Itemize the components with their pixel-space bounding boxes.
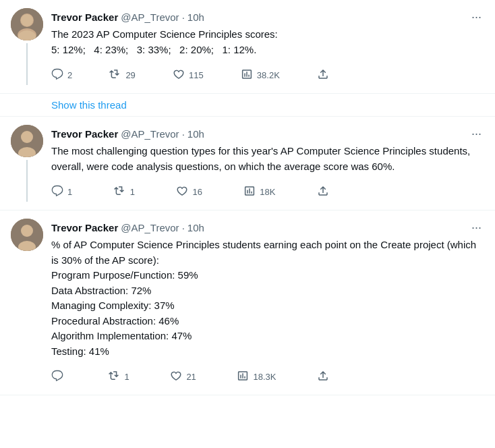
more-button-2[interactable]: ··· — [469, 125, 484, 142]
views-icon-1 — [241, 68, 253, 82]
tweet-header-2: Trevor Packer @AP_Trevor · 10h ··· — [51, 125, 484, 142]
like-action-3[interactable]: 21 — [170, 367, 201, 387]
tweet-left-3 — [11, 219, 43, 387]
tweet-right-2: Trevor Packer @AP_Trevor · 10h ··· The m… — [51, 125, 484, 202]
tweet-1: Trevor Packer @AP_Trevor · 10h ··· The 2… — [0, 0, 495, 94]
like-count-3: 21 — [186, 372, 196, 382]
tweet-header-1: Trevor Packer @AP_Trevor · 10h ··· — [51, 8, 484, 26]
tweet-actions-2: 1 1 16 18K — [51, 182, 334, 202]
reply-icon-2 — [51, 185, 63, 199]
show-thread-link[interactable]: Show this thread — [0, 94, 495, 117]
like-icon-2 — [176, 185, 188, 199]
retweet-action-1[interactable]: 29 — [109, 65, 140, 85]
share-action-1[interactable] — [317, 65, 334, 85]
views-count-1: 38.2K — [257, 70, 280, 80]
tweet-time-1: 10h — [187, 11, 204, 23]
tweet-handle-2: @AP_Trevor — [121, 128, 179, 140]
tweet-meta-2: Trevor Packer @AP_Trevor · 10h — [51, 128, 204, 140]
views-action-2[interactable]: 18K — [243, 182, 281, 202]
tweet-name-1: Trevor Packer — [51, 11, 118, 23]
views-icon-2 — [243, 185, 256, 199]
tweet-header-3: Trevor Packer @AP_Trevor · 10h ··· — [51, 219, 484, 236]
views-count-3: 18.3K — [253, 372, 276, 382]
tweet-left-1 — [11, 8, 43, 85]
retweet-icon-3 — [109, 370, 121, 384]
svg-point-6 — [21, 131, 33, 143]
more-button-1[interactable]: ··· — [469, 8, 484, 26]
share-icon-1 — [317, 68, 329, 82]
avatar-3 — [11, 219, 43, 251]
tweet-time-2: 10h — [187, 128, 204, 140]
like-icon-3 — [170, 370, 182, 384]
like-count-2: 16 — [192, 187, 202, 197]
like-action-2[interactable]: 16 — [176, 182, 207, 202]
retweet-action-2[interactable]: 1 — [114, 182, 140, 202]
views-count-2: 18K — [260, 187, 275, 197]
reply-icon-1 — [51, 68, 63, 82]
reply-action-3[interactable] — [51, 367, 73, 387]
tweet-handle-3: @AP_Trevor — [121, 222, 179, 233]
like-icon-1 — [173, 68, 185, 82]
svg-point-9 — [21, 225, 33, 237]
retweet-icon-1 — [109, 68, 121, 82]
retweet-count-3: 1 — [125, 372, 129, 382]
like-action-1[interactable]: 115 — [173, 65, 209, 85]
reply-count-1: 2 — [67, 70, 72, 80]
tweet-3: Trevor Packer @AP_Trevor · 10h ··· % of … — [0, 211, 495, 395]
svg-point-3 — [21, 14, 33, 26]
retweet-count-1: 29 — [125, 70, 135, 80]
tweet-right-3: Trevor Packer @AP_Trevor · 10h ··· % of … — [51, 219, 484, 387]
avatar-1 — [11, 8, 43, 40]
views-action-3[interactable]: 18.3K — [237, 367, 281, 387]
tweet-actions-1: 2 29 115 38.2K — [51, 65, 334, 85]
retweet-icon-2 — [114, 185, 126, 199]
thread-line-1 — [26, 43, 28, 85]
tweet-time-3: 10h — [187, 222, 204, 233]
tweet-handle-1: @AP_Trevor — [121, 11, 179, 23]
retweet-action-3[interactable]: 1 — [109, 367, 135, 387]
reply-icon-3 — [51, 370, 63, 384]
reply-action-1[interactable]: 2 — [51, 65, 78, 85]
tweet-body-1: The 2023 AP Computer Science Principles … — [51, 27, 484, 57]
more-button-3[interactable]: ··· — [469, 219, 484, 236]
tweet-actions-3: 1 21 18.3K — [51, 367, 334, 387]
tweet-name-2: Trevor Packer — [51, 128, 118, 140]
views-icon-3 — [237, 370, 249, 384]
views-action-1[interactable]: 38.2K — [241, 65, 285, 85]
avatar-2 — [11, 125, 43, 157]
tweet-body-3: % of AP Computer Science Principles stud… — [51, 237, 484, 359]
tweet-body-2: The most challenging question types for … — [51, 144, 484, 174]
share-icon-3 — [317, 370, 329, 384]
reply-action-2[interactable]: 1 — [51, 182, 78, 202]
like-count-1: 115 — [189, 70, 204, 80]
reply-count-2: 1 — [67, 187, 72, 197]
tweet-meta-1: Trevor Packer @AP_Trevor · 10h — [51, 11, 204, 23]
tweet-meta-3: Trevor Packer @AP_Trevor · 10h — [51, 222, 204, 233]
retweet-count-2: 1 — [130, 187, 135, 197]
tweet-left-2 — [11, 125, 43, 202]
tweet-right-1: Trevor Packer @AP_Trevor · 10h ··· The 2… — [51, 8, 484, 85]
tweet-2: Trevor Packer @AP_Trevor · 10h ··· The m… — [0, 117, 495, 211]
share-action-2[interactable] — [317, 182, 334, 202]
thread-line-2 — [26, 160, 28, 202]
tweet-name-3: Trevor Packer — [51, 222, 118, 233]
share-action-3[interactable] — [317, 367, 334, 387]
share-icon-2 — [317, 185, 329, 199]
